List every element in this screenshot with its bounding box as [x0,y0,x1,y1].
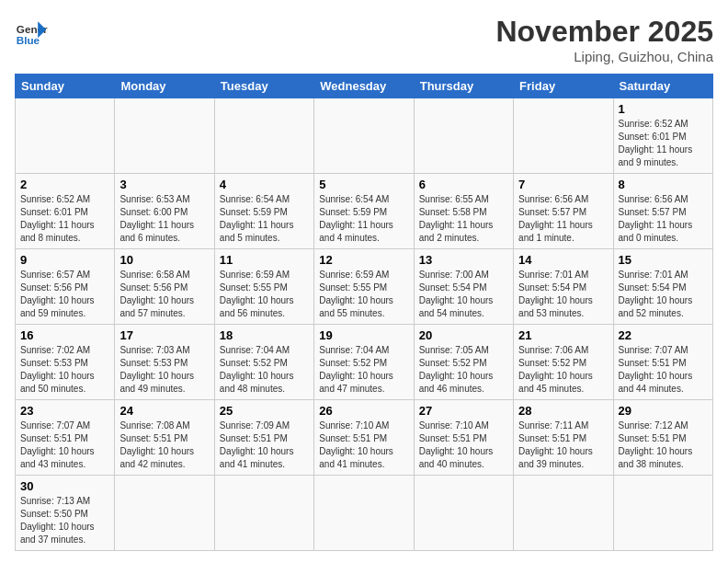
calendar-cell [214,476,313,551]
calendar-cell [214,98,313,174]
calendar-cell: 20Sunrise: 7:05 AM Sunset: 5:52 PM Dayli… [414,325,513,400]
weekday-header-wednesday: Wednesday [314,75,414,98]
weekday-header-sunday: Sunday [16,75,115,98]
calendar-cell [115,98,214,174]
day-info: Sunrise: 6:57 AM Sunset: 5:56 PM Dayligh… [20,269,109,320]
calendar-cell: 6Sunrise: 6:55 AM Sunset: 5:58 PM Daylig… [414,174,513,249]
calendar-cell [414,98,513,174]
day-info: Sunrise: 6:52 AM Sunset: 6:01 PM Dayligh… [619,118,708,169]
day-number: 13 [419,253,508,267]
day-number: 15 [619,253,708,267]
calendar-cell: 13Sunrise: 7:00 AM Sunset: 5:54 PM Dayli… [414,249,513,325]
day-info: Sunrise: 7:09 AM Sunset: 5:51 PM Dayligh… [220,419,309,471]
weekday-header-friday: Friday [514,75,613,98]
day-number: 21 [518,328,608,342]
day-info: Sunrise: 7:07 AM Sunset: 5:51 PM Dayligh… [20,419,109,471]
day-number: 30 [20,479,109,493]
day-number: 3 [119,178,209,191]
day-number: 19 [319,328,408,342]
calendar-cell [115,476,214,551]
weekday-header-saturday: Saturday [613,75,712,98]
day-info: Sunrise: 7:01 AM Sunset: 5:54 PM Dayligh… [619,269,708,320]
day-number: 16 [20,328,109,342]
day-info: Sunrise: 7:06 AM Sunset: 5:52 PM Dayligh… [518,344,608,396]
calendar-cell: 1Sunrise: 6:52 AM Sunset: 6:01 PM Daylig… [613,98,712,174]
day-info: Sunrise: 7:08 AM Sunset: 5:51 PM Dayligh… [119,419,209,471]
calendar-week-row: 23Sunrise: 7:07 AM Sunset: 5:51 PM Dayli… [16,400,713,476]
calendar-cell: 3Sunrise: 6:53 AM Sunset: 6:00 PM Daylig… [115,174,214,249]
calendar-cell: 18Sunrise: 7:04 AM Sunset: 5:52 PM Dayli… [214,325,313,400]
day-number: 22 [619,328,708,342]
day-info: Sunrise: 7:03 AM Sunset: 5:53 PM Dayligh… [119,344,209,396]
calendar-cell: 23Sunrise: 7:07 AM Sunset: 5:51 PM Dayli… [16,400,115,476]
weekday-header-row: SundayMondayTuesdayWednesdayThursdayFrid… [16,75,713,98]
logo: General Blue [15,15,48,48]
calendar-cell: 21Sunrise: 7:06 AM Sunset: 5:52 PM Dayli… [514,325,613,400]
day-number: 8 [619,178,708,191]
calendar-cell: 4Sunrise: 6:54 AM Sunset: 5:59 PM Daylig… [214,174,313,249]
calendar-week-row: 30Sunrise: 7:13 AM Sunset: 5:50 PM Dayli… [16,476,713,551]
day-number: 20 [419,328,508,342]
calendar-cell [314,476,414,551]
day-number: 26 [319,404,408,418]
svg-text:Blue: Blue [17,34,40,46]
day-number: 4 [220,178,309,191]
weekday-header-thursday: Thursday [414,75,513,98]
calendar-cell: 17Sunrise: 7:03 AM Sunset: 5:53 PM Dayli… [115,325,214,400]
calendar-table: SundayMondayTuesdayWednesdayThursdayFrid… [15,74,713,551]
day-number: 24 [119,404,209,418]
calendar-cell: 29Sunrise: 7:12 AM Sunset: 5:51 PM Dayli… [613,400,712,476]
day-number: 27 [419,404,508,418]
calendar-week-row: 9Sunrise: 6:57 AM Sunset: 5:56 PM Daylig… [16,249,713,325]
day-number: 9 [20,253,109,267]
day-number: 14 [518,253,608,267]
day-info: Sunrise: 7:13 AM Sunset: 5:50 PM Dayligh… [20,495,109,546]
title-block: November 2025 Liping, Guizhou, China [495,15,713,64]
calendar-cell: 19Sunrise: 7:04 AM Sunset: 5:52 PM Dayli… [314,325,414,400]
day-info: Sunrise: 6:56 AM Sunset: 5:57 PM Dayligh… [619,193,708,245]
day-number: 10 [119,253,209,267]
calendar-cell [16,98,115,174]
calendar-cell: 30Sunrise: 7:13 AM Sunset: 5:50 PM Dayli… [16,476,115,551]
day-number: 17 [119,328,209,342]
day-info: Sunrise: 7:01 AM Sunset: 5:54 PM Dayligh… [518,269,608,320]
weekday-header-monday: Monday [115,75,214,98]
calendar-cell: 26Sunrise: 7:10 AM Sunset: 5:51 PM Dayli… [314,400,414,476]
calendar-cell: 12Sunrise: 6:59 AM Sunset: 5:55 PM Dayli… [314,249,414,325]
day-info: Sunrise: 6:55 AM Sunset: 5:58 PM Dayligh… [419,193,508,245]
day-info: Sunrise: 7:11 AM Sunset: 5:51 PM Dayligh… [518,419,608,471]
calendar-cell: 22Sunrise: 7:07 AM Sunset: 5:51 PM Dayli… [613,325,712,400]
day-info: Sunrise: 6:53 AM Sunset: 6:00 PM Dayligh… [119,193,209,245]
calendar-cell: 7Sunrise: 6:56 AM Sunset: 5:57 PM Daylig… [514,174,613,249]
day-number: 25 [220,404,309,418]
day-info: Sunrise: 7:05 AM Sunset: 5:52 PM Dayligh… [419,344,508,396]
day-number: 1 [619,102,708,116]
day-number: 5 [319,178,408,191]
calendar-cell: 10Sunrise: 6:58 AM Sunset: 5:56 PM Dayli… [115,249,214,325]
day-number: 2 [20,178,109,191]
calendar-cell: 11Sunrise: 6:59 AM Sunset: 5:55 PM Dayli… [214,249,313,325]
calendar-cell [514,98,613,174]
calendar-cell: 9Sunrise: 6:57 AM Sunset: 5:56 PM Daylig… [16,249,115,325]
calendar-cell: 24Sunrise: 7:08 AM Sunset: 5:51 PM Dayli… [115,400,214,476]
calendar-cell [314,98,414,174]
day-info: Sunrise: 7:02 AM Sunset: 5:53 PM Dayligh… [20,344,109,396]
day-number: 29 [619,404,708,418]
calendar-cell: 14Sunrise: 7:01 AM Sunset: 5:54 PM Dayli… [514,249,613,325]
day-info: Sunrise: 7:10 AM Sunset: 5:51 PM Dayligh… [419,419,508,471]
day-info: Sunrise: 6:59 AM Sunset: 5:55 PM Dayligh… [319,269,408,320]
day-number: 7 [518,178,608,191]
day-info: Sunrise: 7:00 AM Sunset: 5:54 PM Dayligh… [419,269,508,320]
day-info: Sunrise: 6:54 AM Sunset: 5:59 PM Dayligh… [220,193,309,245]
day-info: Sunrise: 7:12 AM Sunset: 5:51 PM Dayligh… [619,419,708,471]
day-info: Sunrise: 7:04 AM Sunset: 5:52 PM Dayligh… [319,344,408,396]
day-number: 6 [419,178,508,191]
day-info: Sunrise: 7:04 AM Sunset: 5:52 PM Dayligh… [220,344,309,396]
day-number: 18 [220,328,309,342]
day-info: Sunrise: 7:07 AM Sunset: 5:51 PM Dayligh… [619,344,708,396]
calendar-cell: 27Sunrise: 7:10 AM Sunset: 5:51 PM Dayli… [414,400,513,476]
calendar-cell: 25Sunrise: 7:09 AM Sunset: 5:51 PM Dayli… [214,400,313,476]
calendar-week-row: 2Sunrise: 6:52 AM Sunset: 6:01 PM Daylig… [16,174,713,249]
weekday-header-tuesday: Tuesday [214,75,313,98]
day-info: Sunrise: 6:52 AM Sunset: 6:01 PM Dayligh… [20,193,109,245]
